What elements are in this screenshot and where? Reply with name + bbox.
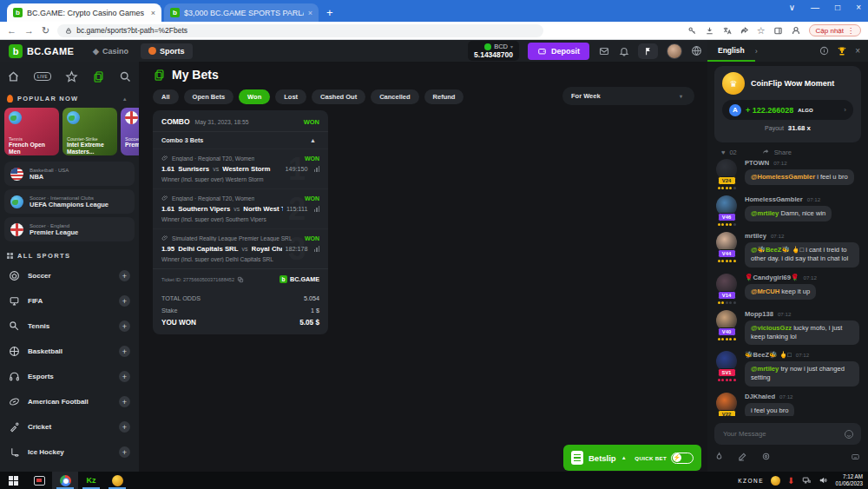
win-amount-pill[interactable]: A + 122.266028 ALGO › [722, 100, 853, 120]
sidebar-sport-fifa[interactable]: FIFA + [0, 288, 139, 314]
deposit-button[interactable]: Deposit [528, 43, 589, 60]
bcgame-logo-text[interactable]: BC.GAME [27, 46, 74, 56]
filter-tab-refund[interactable]: Refund [424, 89, 464, 104]
chat-mention[interactable]: @viciousGzz [751, 324, 793, 332]
stats-icon[interactable] [314, 166, 320, 172]
profile-icon[interactable] [791, 25, 801, 36]
combo-summary-row[interactable]: Combo 3 Bets ▲ [153, 132, 328, 149]
chat-input[interactable] [721, 429, 834, 439]
tray-coin-icon[interactable] [771, 476, 780, 486]
tray-download-icon[interactable]: ⬇ [787, 476, 794, 486]
period-dropdown[interactable]: For Week ▾ [562, 87, 694, 105]
expand-plus-button[interactable]: + [119, 346, 130, 357]
address-bar[interactable]: bc.game/sports?bt-path=%2Fbets [57, 24, 543, 37]
taskbar-coin-app-icon[interactable] [104, 472, 130, 489]
expand-plus-button[interactable]: + [119, 396, 130, 407]
expand-plus-button[interactable]: + [119, 446, 130, 458]
info-icon[interactable] [819, 46, 829, 56]
filter-tab-won[interactable]: Won [239, 89, 270, 104]
sidebar-sport-tennis[interactable]: Tennis + [0, 314, 139, 339]
volume-icon[interactable] [819, 476, 828, 485]
back-button[interactable]: ← [7, 25, 16, 36]
collapse-caret-icon[interactable]: ▲ [122, 96, 128, 102]
nav-sports[interactable]: Sports [141, 43, 193, 59]
emoji-icon[interactable] [844, 429, 854, 439]
close-button[interactable]: × [856, 3, 861, 12]
close-panel-icon[interactable]: × [855, 46, 860, 56]
taskbar-chrome-icon[interactable] [52, 472, 78, 489]
popular-league-item[interactable]: Basketball · USA NBA [4, 162, 135, 186]
nav-casino[interactable]: ◆ Casino [93, 47, 128, 56]
sidebar-sport-soccer[interactable]: Soccer + [0, 263, 139, 288]
tab-search-icon[interactable]: ∨ [789, 3, 795, 12]
menu-dots-icon[interactable]: ⋮ [847, 27, 854, 35]
filter-tab-all[interactable]: All [153, 89, 179, 104]
popular-card[interactable]: Soccer Premier League [121, 108, 139, 155]
popular-now-header[interactable]: POPULAR NOW ▲ [0, 88, 139, 106]
chat-username[interactable]: 🐝BeeZ🐝 🖕□ [745, 351, 792, 359]
wallet-balance[interactable]: BCD ▾ 5.14348700 [468, 41, 519, 61]
pen-icon[interactable] [738, 452, 747, 461]
expand-plus-button[interactable]: + [119, 320, 130, 332]
chrome-update-button[interactable]: Cập nhật ⋮ [809, 24, 861, 36]
sidebar-sport-hockey[interactable]: Ice Hockey + [0, 439, 139, 465]
chat-mention[interactable]: @HomelessGambler [751, 173, 817, 181]
popular-card[interactable]: Counter-Strike Intel Extreme Masters... [62, 108, 117, 155]
taskbar-app-icon[interactable] [26, 472, 52, 489]
globe-language-icon[interactable] [691, 45, 702, 56]
collapse-caret-icon[interactable]: ▲ [310, 137, 316, 143]
taskbar-clock[interactable]: 7:12 AM 01/06/2023 [835, 473, 863, 488]
bookmark-star-icon[interactable]: ☆ [757, 25, 766, 36]
quick-bet-toggle[interactable]: ⚡ [671, 453, 694, 464]
filter-tab-cancelled[interactable]: Cancelled [371, 89, 418, 104]
sidebar-sport-esports[interactable]: Esports + [0, 364, 139, 389]
user-avatar[interactable] [667, 43, 682, 59]
reactions-icon[interactable] [714, 452, 724, 461]
start-button[interactable] [0, 472, 26, 489]
minimize-button[interactable]: — [811, 3, 819, 12]
sidebar-sport-cricket[interactable]: Cricket + [0, 414, 139, 439]
live-icon[interactable]: LIVE [34, 72, 51, 81]
stats-icon[interactable] [314, 246, 320, 252]
share-icon[interactable] [761, 148, 770, 156]
chat-username[interactable]: 🌹Candygirl69🌹 [745, 274, 799, 281]
stats-icon[interactable] [314, 206, 320, 212]
reload-button[interactable]: ↻ [42, 25, 49, 36]
quick-bet[interactable]: QUICK BET ⚡ [635, 453, 694, 464]
heart-icon[interactable]: ♥ [721, 149, 725, 156]
chat-username[interactable]: DJKhaled [745, 393, 775, 400]
network-icon[interactable] [801, 476, 812, 485]
share-icon[interactable] [740, 26, 749, 36]
betslip-bar[interactable]: Betslip ▲ QUICK BET ⚡ [563, 445, 701, 471]
chat-mention[interactable]: @MrCUH [751, 287, 781, 295]
chevron-right-icon[interactable]: › [755, 47, 758, 56]
sidebar-sport-basketball[interactable]: Basketball + [0, 339, 139, 364]
side-panel-icon[interactable] [773, 26, 783, 36]
search-icon[interactable] [119, 70, 132, 83]
translate-icon[interactable] [722, 26, 732, 36]
popular-league-item[interactable]: Soccer · International Clubs UEFA Champi… [4, 189, 135, 214]
new-tab-button[interactable]: + [326, 3, 333, 22]
my-bets-icon[interactable] [92, 70, 105, 83]
expand-plus-button[interactable]: + [119, 421, 130, 433]
chat-mention[interactable]: @🐝BeeZ🐝 [751, 246, 792, 254]
chat-username[interactable]: Mopp138 [745, 310, 773, 318]
browser-tab-active[interactable]: b BC.GAME: Crypto Casino Games × [7, 3, 161, 22]
forward-button[interactable]: → [24, 25, 34, 36]
bcgame-logo-icon[interactable]: b [9, 44, 23, 58]
notifications-bell-icon[interactable] [619, 46, 629, 56]
key-icon[interactable] [687, 26, 697, 36]
taskbar-kz-icon[interactable]: Kz [78, 472, 104, 489]
popular-card[interactable]: Tennis French Open Men [4, 108, 59, 155]
language-tab[interactable]: English [707, 40, 755, 62]
chat-input-box[interactable] [714, 423, 861, 445]
maximize-button[interactable]: □ [835, 3, 840, 12]
expand-plus-button[interactable]: + [119, 270, 130, 281]
expand-plus-button[interactable]: + [119, 295, 130, 307]
keyboard-icon[interactable] [850, 453, 861, 461]
download-icon[interactable] [705, 26, 714, 36]
chat-mention[interactable]: @mrtiley [751, 209, 780, 217]
trophy-icon[interactable] [837, 46, 847, 56]
popular-league-item[interactable]: Soccer · England Premier League [4, 217, 135, 241]
expand-plus-button[interactable]: + [119, 371, 130, 382]
